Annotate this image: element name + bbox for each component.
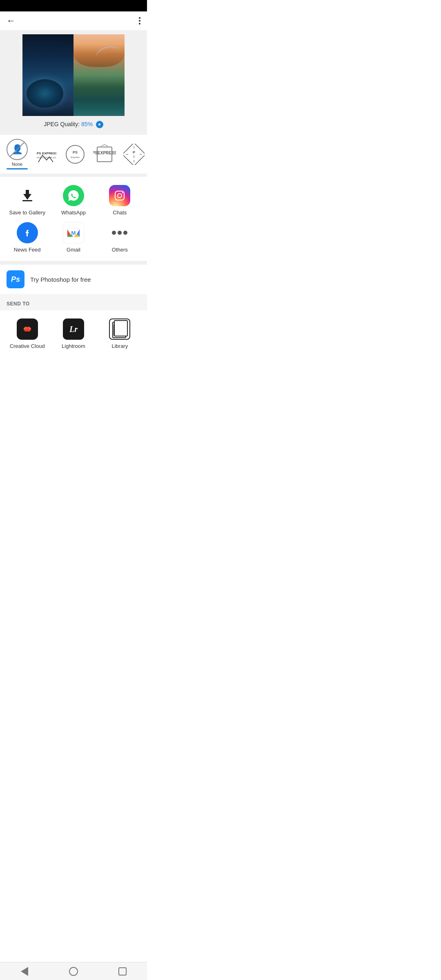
top-nav: ← <box>0 11 147 30</box>
divider-1 <box>0 174 147 177</box>
svg-rect-27 <box>114 324 123 336</box>
share-label-save-gallery: Save to Gallery <box>9 209 45 216</box>
svg-text:PSEXPRESS: PSEXPRESS <box>93 151 116 155</box>
watermark-ps3-icon: PSEXPRESS · · · · · <box>93 143 116 166</box>
share-label-chats: Chats <box>113 209 127 216</box>
share-item-others[interactable]: Others <box>97 222 143 253</box>
send-to-creative-cloud[interactable]: ∞ Creative Cloud <box>4 318 50 349</box>
send-to-lr-label: Lightroom <box>62 343 85 349</box>
watermark-none[interactable]: 👤 None <box>7 139 28 169</box>
share-label-others: Others <box>112 247 128 253</box>
send-to-lightroom[interactable]: Lr Lightroom <box>50 318 96 349</box>
photoshop-icon: Ps <box>7 270 24 288</box>
quality-star-icon[interactable]: ★ <box>96 121 103 128</box>
active-bar <box>7 168 28 169</box>
send-to-library[interactable]: Library <box>97 318 143 349</box>
dot-1 <box>112 231 116 235</box>
watermark-ps2[interactable]: PS Express <box>64 143 87 166</box>
instagram-icon <box>109 185 130 206</box>
whatsapp-icon <box>63 185 84 206</box>
library-icon-wrap <box>109 318 130 340</box>
facebook-icon <box>17 222 38 243</box>
send-to-label: SEND TO <box>7 301 30 307</box>
share-item-save-gallery[interactable]: Save to Gallery <box>4 185 50 216</box>
watermark-ps3[interactable]: PSEXPRESS · · · · · <box>93 143 116 166</box>
svg-point-2 <box>66 145 84 163</box>
share-item-whatsapp[interactable]: WhatsApp <box>50 185 96 216</box>
bottom-spacer <box>0 357 147 382</box>
share-grid: Save to Gallery WhatsApp Chats <box>4 185 143 253</box>
dot-1 <box>139 17 140 19</box>
svg-point-19 <box>122 192 123 194</box>
dot-2 <box>139 20 140 22</box>
creative-cloud-icon: ∞ <box>17 318 38 340</box>
image-preview-section: JPEG Quality: 85% ★ <box>0 30 147 135</box>
svg-marker-15 <box>23 190 31 200</box>
watermark-scroll: 👤 None PS EXPRESS PHOTOSHOP EXPRESS <box>0 139 147 174</box>
dot-3 <box>139 23 140 24</box>
jpeg-quality-label: JPEG Quality: <box>44 121 80 127</box>
dot-3 <box>123 231 127 235</box>
gmail-icon: M <box>63 222 84 243</box>
image-right <box>74 34 125 116</box>
share-label-news-feed: News Feed <box>14 247 41 253</box>
share-item-gmail[interactable]: M Gmail <box>50 222 96 253</box>
others-icon <box>109 222 130 243</box>
share-label-gmail: Gmail <box>67 247 80 253</box>
share-item-news-feed[interactable]: News Feed <box>4 222 50 253</box>
share-label-whatsapp: WhatsApp <box>61 209 86 216</box>
svg-text:S: S <box>133 155 135 158</box>
share-section: Save to Gallery WhatsApp Chats <box>0 177 147 261</box>
watermark-none-label: None <box>12 162 22 167</box>
watermark-ps4-icon: P S <box>122 143 145 166</box>
image-container <box>22 34 125 116</box>
svg-text:Lr: Lr <box>69 325 78 334</box>
send-to-section: ∞ Creative Cloud Lr Lightroom <box>0 310 147 357</box>
stars-overlay <box>22 34 74 116</box>
send-to-grid: ∞ Creative Cloud Lr Lightroom <box>4 318 143 349</box>
svg-rect-26 <box>116 323 125 334</box>
rainbow-overlay <box>94 44 122 66</box>
lightroom-icon: Lr <box>63 318 84 340</box>
svg-text:PS EXPRESS: PS EXPRESS <box>37 151 56 155</box>
send-to-cc-label: Creative Cloud <box>10 343 45 349</box>
svg-rect-16 <box>22 200 32 201</box>
jpeg-quality-value: 85% <box>81 121 93 127</box>
jpeg-quality-row: JPEG Quality: 85% ★ <box>44 121 103 128</box>
watermark-section: 👤 None PS EXPRESS PHOTOSHOP EXPRESS <box>0 135 147 174</box>
watermark-ps1[interactable]: PS EXPRESS PHOTOSHOP EXPRESS <box>34 143 57 166</box>
watermark-ps1-icon: PS EXPRESS PHOTOSHOP EXPRESS <box>34 143 57 166</box>
share-item-chats[interactable]: Chats <box>97 185 143 216</box>
ps-promo-text: Try Photoshop for free <box>30 276 91 283</box>
send-to-library-label: Library <box>111 343 128 349</box>
ps-promo[interactable]: Ps Try Photoshop for free <box>0 264 147 294</box>
svg-text:Express: Express <box>71 156 80 158</box>
library-icon <box>109 318 130 340</box>
dot-2 <box>118 231 122 235</box>
watermark-ps2-icon: PS Express <box>64 143 87 166</box>
svg-text:∞: ∞ <box>25 325 29 332</box>
save-gallery-icon <box>17 185 38 206</box>
ps-express-logo-1: PS EXPRESS PHOTOSHOP EXPRESS <box>35 144 56 165</box>
svg-text:P: P <box>133 150 135 154</box>
none-icon: 👤 <box>7 139 28 160</box>
more-button[interactable] <box>139 17 140 24</box>
image-left <box>22 34 74 116</box>
svg-text:PHOTOSHOP EXPRESS: PHOTOSHOP EXPRESS <box>37 156 56 159</box>
svg-point-18 <box>118 194 122 198</box>
divider-2 <box>0 261 147 264</box>
person-icon: 👤 <box>12 144 23 155</box>
svg-text:M: M <box>71 230 76 236</box>
svg-text:PS: PS <box>73 150 78 154</box>
back-button[interactable]: ← <box>7 16 16 26</box>
status-bar <box>0 0 147 11</box>
svg-text:· · · · ·: · · · · · <box>102 156 107 159</box>
send-to-header: SEND TO <box>0 294 147 310</box>
watermark-ps4[interactable]: P S <box>122 143 145 166</box>
others-dots <box>112 231 127 235</box>
